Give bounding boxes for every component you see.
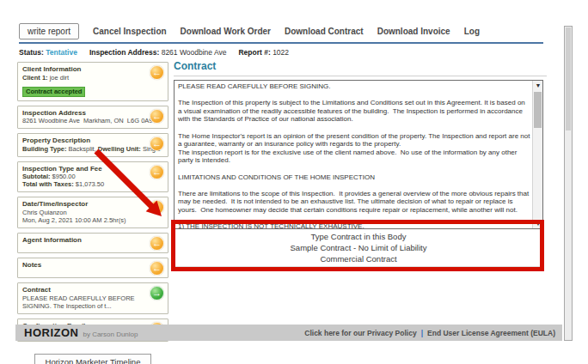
- panel-title: Client Information: [22, 65, 163, 74]
- sidebar-panel-notes[interactable]: ← Notes: [17, 258, 168, 278]
- panel-arrow-button[interactable]: ←: [150, 165, 164, 179]
- panel-line: Total with Taxes: $1,073.50: [22, 180, 163, 188]
- contract-scrollbar[interactable]: ▼ ▼: [532, 81, 542, 228]
- panel-title: Inspection Address: [22, 109, 163, 118]
- panel-title: Agent Information: [22, 236, 163, 245]
- panel-line: Building Type: Backsplit, Dwelling Unit:…: [22, 145, 163, 153]
- toolbar-divider: [19, 42, 543, 44]
- scroll-up-icon[interactable]: ▼: [533, 81, 543, 90]
- panel-body: PLEASE READ CAREFULLY BEFORE SIGNING. Th…: [22, 294, 163, 310]
- horizon-logo: HORIZON: [24, 326, 78, 339]
- dropdown-footer-gap: [175, 266, 542, 271]
- contract-dropdown-option-sample-contract-no-limit-of-liability[interactable]: Sample Contract - No Limit of Liability: [175, 242, 542, 253]
- panel-arrow-button[interactable]: →: [150, 286, 164, 300]
- arrow-left-icon: ←: [152, 139, 162, 149]
- inspection-address-value: 8261 Woodbine Ave: [162, 48, 227, 57]
- brand: HORIZON by Carson Dunlop: [24, 326, 138, 339]
- footer-links: Click here for our Privacy Policy | End …: [304, 329, 555, 337]
- report-number-label: Report #:: [238, 48, 270, 57]
- toolbar-link-cancel-inspection[interactable]: Cancel Inspection: [93, 27, 167, 36]
- panel-arrow-button[interactable]: ←: [150, 65, 164, 80]
- toolbar-link-download-work-order[interactable]: Download Work Order: [181, 27, 271, 36]
- panel-line: 8261 Woodbine Ave Markham, ON L6G 0A9: [22, 117, 163, 124]
- sidebar-panel-date-time-inspector[interactable]: ← Date/Time/Inspector Chris QuianzonMon,…: [17, 197, 168, 228]
- contract-template-dropdown: Type Contract in this Body Sample Contra…: [175, 229, 542, 271]
- panel-title: Inspection Type and Fee: [22, 165, 163, 173]
- panel-line: Mon, Aug 2, 2021 10:00 AM 2.5hr(s): [22, 216, 163, 224]
- inspection-address-field: Inspection Address: 8261 Woodbine Ave: [89, 48, 227, 57]
- write-report-button[interactable]: write report: [19, 23, 79, 39]
- toolbar: write report Cancel InspectionDownload W…: [19, 23, 480, 39]
- panel-body: Chris QuianzonMon, Aug 2, 2021 10:00 AM …: [22, 209, 163, 224]
- arrow-left-icon: ←: [152, 68, 162, 77]
- status-value: Tentative: [46, 48, 77, 57]
- toolbar-links: Cancel InspectionDownload Work OrderDown…: [93, 27, 480, 36]
- page-scrollbar-thumb[interactable]: [566, 27, 571, 130]
- eula-link[interactable]: End User License Agreement (EULA): [427, 329, 555, 337]
- sidebar-panel-property-description[interactable]: ← Property Description Building Type: Ba…: [17, 133, 168, 157]
- panel-arrow-button[interactable]: ←: [150, 236, 164, 251]
- contract-accepted-badge: Contract accepted: [22, 87, 85, 97]
- panel-body: Building Type: Backsplit, Dwelling Unit:…: [22, 145, 163, 153]
- contract-scrollbar-thumb[interactable]: [534, 92, 542, 128]
- sidebar-panel-inspection-address[interactable]: ← Inspection Address 8261 Woodbine Ave M…: [17, 106, 168, 130]
- panel-line: Chris Quianzon: [22, 209, 163, 216]
- panel-body: Client 1: joe dirt: [22, 74, 163, 82]
- inspection-address-label: Inspection Address:: [89, 48, 159, 57]
- toolbar-link-log[interactable]: Log: [464, 27, 480, 36]
- arrow-right-icon: →: [152, 288, 162, 297]
- toolbar-link-download-contract[interactable]: Download Contract: [285, 27, 364, 36]
- sidebar-panel-contract[interactable]: → Contract PLEASE READ CAREFULLY BEFORE …: [17, 282, 168, 314]
- toolbar-link-download-invoice[interactable]: Download Invoice: [377, 27, 450, 36]
- status-bar: Status: Tentative Inspection Address: 82…: [19, 48, 289, 57]
- contract-text: PLEASE READ CAREFULLY BEFORE SIGNING. Th…: [175, 81, 532, 229]
- panel-body: 8261 Woodbine Ave Markham, ON L6G 0A9: [22, 117, 163, 124]
- contract-dropdown-option-commercial-contract[interactable]: Commercial Contract: [175, 253, 542, 264]
- contract-dropdown-option-type-contract-in-this-body[interactable]: Type Contract in this Body: [175, 231, 542, 242]
- horizon-marketer-timeline-button[interactable]: Horizon Marketer Timeline: [34, 354, 152, 364]
- panel-title: Notes: [22, 261, 163, 270]
- arrow-left-icon: ←: [152, 203, 162, 212]
- panel-arrow-button[interactable]: ←: [150, 261, 164, 276]
- panel-arrow-button[interactable]: ←: [150, 109, 164, 124]
- page-title: Contract: [174, 60, 547, 72]
- page-scrollbar[interactable]: [564, 26, 573, 341]
- arrow-left-icon: ←: [152, 111, 162, 120]
- main-content: Contract PLEASE READ CAREFULLY BEFORE SI…: [174, 60, 547, 76]
- sidebar-panel-client-information[interactable]: ← Client Information Client 1: joe dirt …: [17, 62, 168, 101]
- footer-separator: |: [421, 329, 423, 337]
- panel-title: Property Description: [22, 136, 163, 145]
- sidebar: ← Client Information Client 1: joe dirt …: [17, 62, 168, 364]
- panel-line: Client 1: joe dirt: [22, 74, 163, 82]
- brand-subtitle: by Carson Dunlop: [83, 331, 138, 338]
- status-label: Status:: [19, 48, 44, 57]
- arrow-left-icon: ←: [152, 263, 162, 272]
- panel-body: Subtotal: $950.00Total with Taxes: $1,07…: [22, 173, 163, 188]
- arrow-left-icon: ←: [152, 238, 162, 247]
- panel-title: Contract: [22, 286, 163, 294]
- sidebar-panel-agent-information[interactable]: ← Agent Information: [17, 233, 168, 253]
- report-number-field: Report #: 1022: [238, 48, 289, 57]
- status-field: Status: Tentative: [19, 48, 77, 57]
- contract-body-textarea[interactable]: PLEASE READ CAREFULLY BEFORE SIGNING. Th…: [174, 80, 543, 229]
- scroll-down-icon[interactable]: ▼: [533, 219, 543, 228]
- panel-title: Date/Time/Inspector: [22, 200, 163, 209]
- arrow-left-icon: ←: [152, 167, 162, 176]
- panel-line: PLEASE READ CAREFULLY BEFORE SIGNING. Th…: [22, 294, 163, 310]
- panel-line: Subtotal: $950.00: [22, 173, 163, 180]
- privacy-policy-link[interactable]: Click here for our Privacy Policy: [304, 329, 416, 337]
- title-divider: [174, 76, 547, 76]
- sidebar-panel-inspection-type-and-fee[interactable]: ← Inspection Type and Fee Subtotal: $950…: [17, 161, 168, 193]
- footer: HORIZON by Carson Dunlop Click here for …: [15, 325, 562, 341]
- report-number-value: 1022: [273, 48, 289, 57]
